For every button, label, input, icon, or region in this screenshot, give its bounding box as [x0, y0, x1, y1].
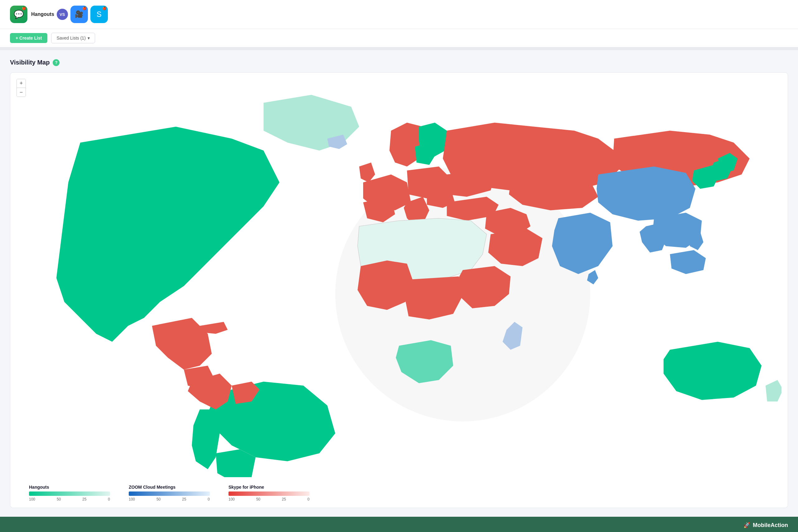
footer-brand: 🚀 MobileAction — [743, 522, 788, 529]
zoom-in-button[interactable]: + — [17, 79, 25, 88]
legend-hangouts-gradient — [29, 492, 110, 496]
create-list-button[interactable]: + Create List — [10, 33, 48, 43]
toolbar: + Create List Saved Lists (1) ▾ — [0, 29, 798, 48]
legend-skype-scale: 100 50 25 0 — [228, 497, 309, 501]
chevron-down-icon: ▾ — [88, 36, 90, 40]
zoom-controls: + − — [17, 79, 26, 97]
vs-badge: VS — [57, 9, 68, 20]
legend-hangouts-label: Hangouts — [29, 484, 110, 490]
hangouts-label: Hangouts — [31, 12, 54, 17]
app-comparison-header: 💬 🍎 Hangouts VS 🎥 🍎 S 🍎 — [10, 6, 108, 23]
section-header: Visibility Map ? — [10, 59, 788, 66]
legend-zoom-scale: 100 50 25 0 — [129, 497, 210, 501]
map-container: + − — [10, 72, 788, 508]
main-content: Visibility Map ? + − — [0, 50, 798, 517]
zoom-icon: 🎥 🍎 — [71, 6, 88, 23]
legend-zoom-label: ZOOM Cloud Meetings — [129, 484, 210, 490]
legend-zoom-gradient — [129, 492, 210, 496]
hangouts-icon: 💬 🍎 — [10, 6, 27, 23]
skype-icon: S 🍎 — [90, 6, 108, 23]
top-bar: 💬 🍎 Hangouts VS 🎥 🍎 S 🍎 — [0, 0, 798, 29]
legend-hangouts: Hangouts 100 50 25 0 — [29, 484, 110, 501]
legend-skype-label: Skype for iPhone — [228, 484, 309, 490]
brand-name: MobileAction — [753, 522, 788, 529]
visibility-map-title: Visibility Map — [10, 59, 50, 66]
zoom-out-button[interactable]: − — [17, 88, 25, 97]
brand-icon: 🚀 — [743, 522, 750, 529]
legend-zoom: ZOOM Cloud Meetings 100 50 25 0 — [129, 484, 210, 501]
legend-skype: Skype for iPhone 100 50 25 0 — [228, 484, 309, 501]
footer: 🚀 MobileAction — [0, 517, 798, 532]
legend-hangouts-scale: 100 50 25 0 — [29, 497, 110, 501]
world-map — [17, 79, 781, 477]
saved-lists-button[interactable]: Saved Lists (1) ▾ — [51, 33, 95, 43]
legend-skype-gradient — [228, 492, 309, 496]
legend-row: Hangouts 100 50 25 0 ZOOM Cloud Meetings… — [17, 484, 781, 501]
help-icon[interactable]: ? — [53, 59, 59, 66]
divider — [0, 48, 798, 50]
